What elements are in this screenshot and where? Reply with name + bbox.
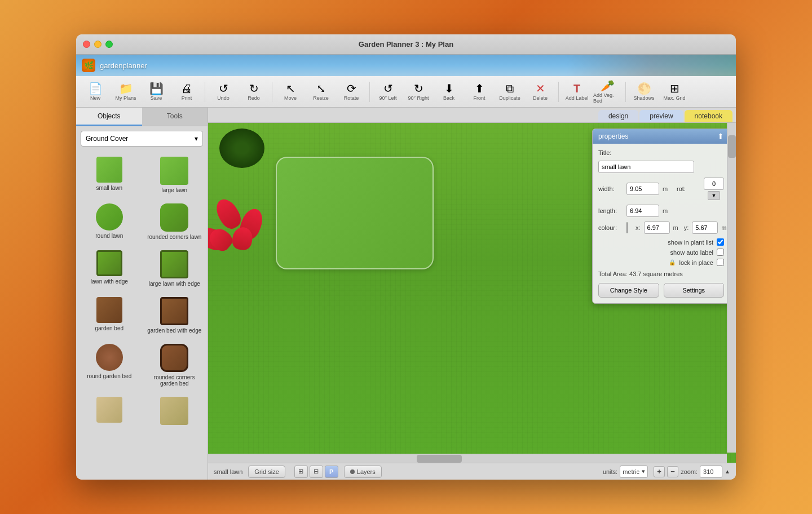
canvas-vertical-thumb[interactable] bbox=[728, 135, 736, 158]
y-input[interactable] bbox=[692, 221, 718, 234]
zoom-out-button[interactable]: − bbox=[667, 466, 678, 477]
window-title: Garden Planner 3 : My Plan bbox=[359, 40, 453, 48]
category-dropdown[interactable]: Ground Cover ▾ bbox=[81, 131, 203, 147]
lock-in-place-checkbox[interactable] bbox=[717, 259, 724, 266]
list-item[interactable]: garden bed bbox=[80, 295, 139, 336]
properties-buttons: Change Style Settings bbox=[598, 283, 724, 298]
settings-button[interactable]: Settings bbox=[664, 283, 725, 298]
duplicate-label: Duplicate bbox=[499, 95, 520, 101]
resize-button[interactable]: ⤡ Resize bbox=[306, 78, 336, 105]
delete-button[interactable]: ✕ Delete bbox=[526, 78, 555, 105]
move-button[interactable]: ↖ Move bbox=[276, 78, 305, 105]
my-plans-button[interactable]: 📁 My Plans bbox=[111, 78, 140, 105]
rounded-corners-lawn-shape bbox=[160, 203, 188, 232]
new-button[interactable]: 📄 New bbox=[81, 78, 110, 105]
change-style-button[interactable]: Change Style bbox=[598, 283, 659, 298]
close-button[interactable] bbox=[83, 41, 90, 48]
90right-button[interactable]: ↻ 90° Right bbox=[404, 78, 433, 105]
zoom-in-button[interactable]: + bbox=[654, 466, 665, 477]
list-item[interactable]: lawn with edge bbox=[80, 248, 139, 289]
canvas-horizontal-scrollbar[interactable] bbox=[208, 454, 727, 463]
tab-design[interactable]: design bbox=[598, 110, 638, 122]
units-label: units: bbox=[603, 468, 617, 475]
print-button[interactable]: 🖨 Print bbox=[172, 78, 201, 105]
add-veg-bed-button[interactable]: 🥕 Add Veg. Bed bbox=[593, 78, 622, 105]
tab-objects[interactable]: Objects bbox=[76, 108, 142, 126]
rounded-garden-label: rounded corners garden bed bbox=[147, 374, 202, 387]
list-item[interactable] bbox=[145, 395, 205, 429]
grid-icon-2[interactable]: ⊟ bbox=[310, 466, 323, 478]
list-item[interactable]: rounded corners garden bed bbox=[145, 342, 205, 389]
tan-item-2-shape bbox=[160, 397, 188, 425]
my-plans-icon: 📁 bbox=[119, 83, 133, 94]
y-unit: m bbox=[721, 224, 726, 231]
rounded-corners-lawn-label: rounded corners lawn bbox=[147, 234, 201, 240]
front-button[interactable]: ⬆ Front bbox=[465, 78, 494, 105]
list-item[interactable]: round lawn bbox=[80, 201, 139, 242]
list-item[interactable]: small lawn bbox=[80, 154, 139, 196]
grid-icon-3-active[interactable]: P bbox=[325, 466, 338, 478]
redo-label: Redo bbox=[248, 95, 260, 101]
shadows-button[interactable]: 🌕 Shadows bbox=[629, 78, 659, 105]
lock-in-place-label: lock in place bbox=[679, 259, 713, 266]
rot-down-button[interactable]: ▼ bbox=[708, 191, 720, 200]
max-grid-icon: ⊞ bbox=[670, 83, 679, 94]
title-input[interactable] bbox=[598, 161, 694, 173]
new-icon: 📄 bbox=[89, 83, 103, 94]
toolbar: 📄 New 📁 My Plans 💾 Save 🖨 Print ↺ Undo ↻… bbox=[76, 76, 736, 108]
rot-input[interactable] bbox=[704, 178, 724, 190]
width-input[interactable] bbox=[626, 183, 659, 195]
minimize-button[interactable] bbox=[94, 41, 102, 48]
small-lawn-label: small lawn bbox=[96, 185, 122, 191]
canvas-horizontal-thumb[interactable] bbox=[417, 455, 462, 463]
zoom-up-icon[interactable]: ▲ bbox=[725, 468, 730, 475]
zoom-value: 310 bbox=[703, 468, 713, 475]
lawn-with-edge-shape bbox=[96, 250, 122, 276]
canvas-vertical-scrollbar[interactable] bbox=[727, 123, 736, 453]
units-area: units: metric ▾ bbox=[603, 466, 648, 478]
redo-button[interactable]: ↻ Redo bbox=[239, 78, 268, 105]
properties-header: properties ⬆ bbox=[593, 129, 730, 144]
front-icon: ⬆ bbox=[475, 83, 484, 94]
add-veg-bed-label: Add Veg. Bed bbox=[593, 92, 621, 104]
rotate-button[interactable]: ⟳ Rotate bbox=[337, 78, 366, 105]
divider-1 bbox=[205, 82, 205, 102]
90left-button[interactable]: ↺ 90° Left bbox=[373, 78, 403, 105]
grid-icon-1[interactable]: ⊞ bbox=[294, 466, 308, 478]
duplicate-button[interactable]: ⧉ Duplicate bbox=[495, 78, 524, 105]
fullscreen-button[interactable] bbox=[105, 41, 113, 48]
undo-button[interactable]: ↺ Undo bbox=[209, 78, 238, 105]
length-input[interactable] bbox=[626, 205, 659, 217]
list-item[interactable]: large lawn bbox=[145, 154, 205, 196]
tab-notebook[interactable]: notebook bbox=[685, 110, 732, 122]
list-item[interactable]: round garden bed bbox=[80, 342, 139, 389]
show-auto-label-checkbox[interactable] bbox=[717, 249, 724, 256]
tab-tools[interactable]: Tools bbox=[142, 108, 208, 126]
add-label-button[interactable]: T Add Label bbox=[562, 78, 592, 105]
list-item[interactable] bbox=[80, 395, 139, 429]
garden-canvas[interactable]: properties ⬆ Title: width: bbox=[208, 123, 736, 463]
save-button[interactable]: 💾 Save bbox=[142, 78, 171, 105]
list-item[interactable]: rounded corners lawn bbox=[145, 201, 205, 242]
layers-button[interactable]: Layers bbox=[344, 466, 382, 478]
max-grid-button[interactable]: ⊞ Max. Grid bbox=[660, 78, 689, 105]
list-item[interactable]: large lawn with edge bbox=[145, 248, 205, 289]
back-icon: ⬇ bbox=[444, 83, 454, 94]
grid-size-button[interactable]: Grid size bbox=[248, 466, 285, 478]
resize-icon: ⤡ bbox=[316, 83, 326, 94]
units-select[interactable]: metric ▾ bbox=[620, 466, 648, 478]
garden-bed-shape bbox=[96, 297, 122, 323]
rot-label: rot: bbox=[677, 185, 701, 192]
lawn-selected-shape[interactable] bbox=[276, 157, 434, 269]
tab-preview[interactable]: preview bbox=[639, 110, 683, 122]
colour-swatch[interactable] bbox=[626, 222, 628, 233]
show-plant-list-checkbox[interactable] bbox=[717, 238, 724, 246]
collapse-icon[interactable]: ⬆ bbox=[717, 132, 724, 141]
x-input[interactable] bbox=[644, 221, 670, 234]
add-label-label: Add Label bbox=[566, 95, 589, 101]
list-item[interactable]: garden bed with edge bbox=[145, 295, 205, 336]
show-plant-list-row: show in plant list bbox=[598, 238, 724, 246]
title-row: Title: bbox=[598, 149, 724, 156]
garden-bed-label: garden bed bbox=[95, 325, 123, 331]
back-button[interactable]: ⬇ Back bbox=[434, 78, 464, 105]
